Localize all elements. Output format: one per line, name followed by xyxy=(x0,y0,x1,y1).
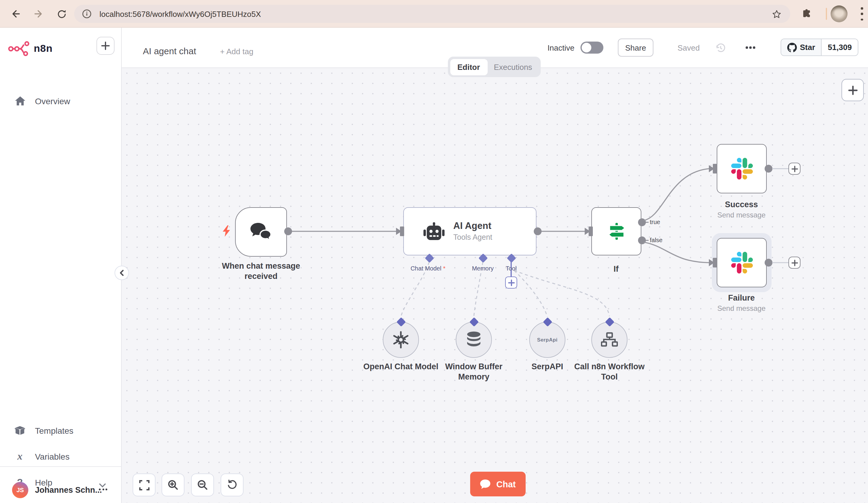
sidebar-user-row[interactable]: JS Johannes Schn... xyxy=(0,478,122,502)
add-node-after-failure-button[interactable] xyxy=(788,256,800,269)
fit-view-button[interactable] xyxy=(133,473,156,496)
chat-button-label: Chat xyxy=(496,479,516,489)
sitemap-icon xyxy=(601,332,618,348)
if-signpost-icon xyxy=(606,220,627,242)
browser-profile-avatar[interactable] xyxy=(831,6,847,22)
variables-x-icon: x xyxy=(14,452,25,461)
tab-executions[interactable]: Executions xyxy=(487,59,539,75)
node-label: Success xyxy=(693,199,789,210)
slack-icon xyxy=(731,252,753,273)
node-label: When chat message received xyxy=(213,261,309,281)
node-subtitle: Send message xyxy=(693,210,789,220)
database-icon xyxy=(466,331,482,348)
toolbar-divider xyxy=(826,8,827,20)
add-tool-button[interactable] xyxy=(505,276,517,289)
user-avatar[interactable]: JS xyxy=(12,482,28,498)
zoom-in-button[interactable] xyxy=(162,473,185,496)
brand-name: n8n xyxy=(34,43,52,55)
workflow-title[interactable]: AI agent chat xyxy=(143,46,196,56)
reset-zoom-button[interactable] xyxy=(220,473,244,496)
sidebar-divider xyxy=(0,466,122,467)
n8n-logo-icon xyxy=(8,40,32,59)
tab-editor[interactable]: Editor xyxy=(450,59,487,75)
add-node-button[interactable] xyxy=(841,79,864,101)
github-star-label: Star xyxy=(800,43,815,52)
chat-bubble-icon xyxy=(480,479,491,489)
home-icon xyxy=(14,96,25,106)
node-subtitle: Send message xyxy=(693,304,789,313)
github-star-widget[interactable]: Star 51,309 xyxy=(781,39,858,56)
workflow-canvas[interactable]: When chat message received AI Agent Tool… xyxy=(122,68,868,503)
node-serpapi[interactable]: SerpApi xyxy=(529,322,566,358)
url-text: localhost:5678/workflow/xWy6Oj5TBEUHzo5X xyxy=(100,9,261,18)
active-status-label: Inactive xyxy=(530,43,575,52)
openai-icon xyxy=(391,330,411,349)
node-label: OpenAI Chat Model xyxy=(362,361,440,372)
view-tabs: Editor Executions xyxy=(448,56,541,77)
browser-address-bar[interactable]: localhost:5678/workflow/xWy6Oj5TBEUHzo5X xyxy=(74,5,790,23)
sidebar-item-label: Variables xyxy=(35,452,70,461)
sidebar-item-overview[interactable]: Overview xyxy=(0,91,122,112)
saved-status: Saved xyxy=(678,43,700,52)
github-star-button[interactable]: Star xyxy=(781,39,822,55)
user-name: Johannes Schn... xyxy=(35,485,102,495)
node-failure[interactable] xyxy=(717,238,767,287)
node-when-chat-message-received[interactable] xyxy=(235,207,287,256)
sidebar: n8n Overview Templates x xyxy=(0,28,122,503)
github-star-count[interactable]: 51,309 xyxy=(822,39,858,55)
sidebar-collapse-button[interactable] xyxy=(114,266,129,280)
active-toggle[interactable] xyxy=(580,42,603,54)
trigger-bolt-icon xyxy=(222,225,231,239)
required-asterisk: * xyxy=(443,265,445,272)
browser-reload-button[interactable] xyxy=(54,7,69,21)
browser-menu-icon[interactable] xyxy=(860,7,864,20)
add-tag-button[interactable]: + Add tag xyxy=(220,47,254,56)
github-icon xyxy=(787,42,797,52)
node-label: Window Buffer Memory xyxy=(435,361,513,382)
node-success[interactable] xyxy=(717,144,767,193)
share-button[interactable]: Share xyxy=(618,39,653,56)
sidebar-item-label: Overview xyxy=(35,96,70,106)
node-label: Failure xyxy=(693,293,789,303)
browser-back-button[interactable] xyxy=(8,7,23,21)
node-subtitle: Tools Agent xyxy=(453,233,492,242)
connector-label-tool: Tool xyxy=(484,265,538,272)
workflow-menu-icon[interactable] xyxy=(746,46,755,49)
serpapi-logo: SerpApi xyxy=(537,337,558,343)
bookmark-star-icon[interactable] xyxy=(770,7,783,20)
browser-toolbar: localhost:5678/workflow/xWy6Oj5TBEUHzo5X xyxy=(0,0,868,28)
node-call-n8n-workflow-tool[interactable] xyxy=(591,322,628,358)
chat-button[interactable]: Chat xyxy=(470,472,526,496)
add-node-after-success-button[interactable] xyxy=(788,163,800,175)
node-title: AI Agent xyxy=(453,220,491,231)
extensions-puzzle-icon[interactable] xyxy=(799,7,814,21)
sidebar-item-templates[interactable]: Templates xyxy=(0,420,122,441)
node-label: If xyxy=(568,264,664,274)
user-menu-icon[interactable] xyxy=(99,489,107,490)
new-workflow-button[interactable] xyxy=(96,37,114,55)
node-openai-chat-model[interactable] xyxy=(383,322,419,358)
zoom-out-button[interactable] xyxy=(191,473,214,496)
version-history-icon[interactable] xyxy=(715,42,726,56)
sidebar-item-variables[interactable]: x Variables xyxy=(0,447,122,467)
site-info-icon[interactable] xyxy=(80,7,93,20)
chat-bubbles-icon xyxy=(249,222,272,242)
connector-label-chat-model: Chat Model * xyxy=(401,265,455,272)
node-label: Call n8n Workflow Tool xyxy=(570,361,649,382)
robot-icon xyxy=(423,222,445,242)
slack-icon xyxy=(731,158,753,179)
node-ai-agent[interactable]: AI Agent Tools Agent xyxy=(403,207,537,255)
node-window-buffer-memory[interactable] xyxy=(456,322,492,358)
if-false-output-label: false xyxy=(650,237,662,243)
sidebar-item-label: Templates xyxy=(35,426,74,436)
browser-forward-button[interactable] xyxy=(31,7,46,21)
node-if[interactable] xyxy=(591,207,641,255)
if-true-output-label: true xyxy=(650,219,660,225)
templates-box-icon xyxy=(14,426,25,436)
